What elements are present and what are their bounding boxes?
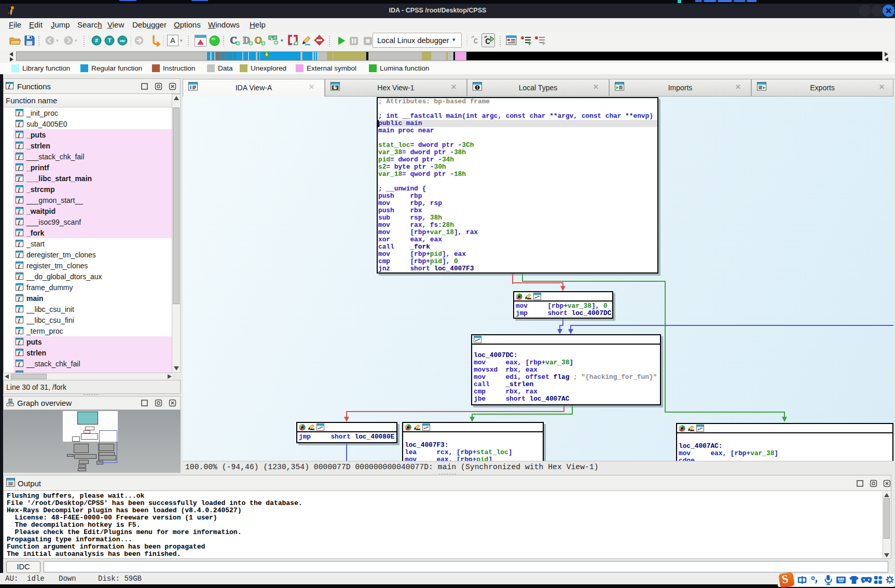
svg-text:var: var [120,39,126,43]
svg-text:#: # [95,37,98,44]
svg-text:O: O [255,35,263,46]
svg-text:T: T [108,37,112,44]
svg-text:C: C [485,37,490,47]
svg-text:C: C [474,37,478,46]
